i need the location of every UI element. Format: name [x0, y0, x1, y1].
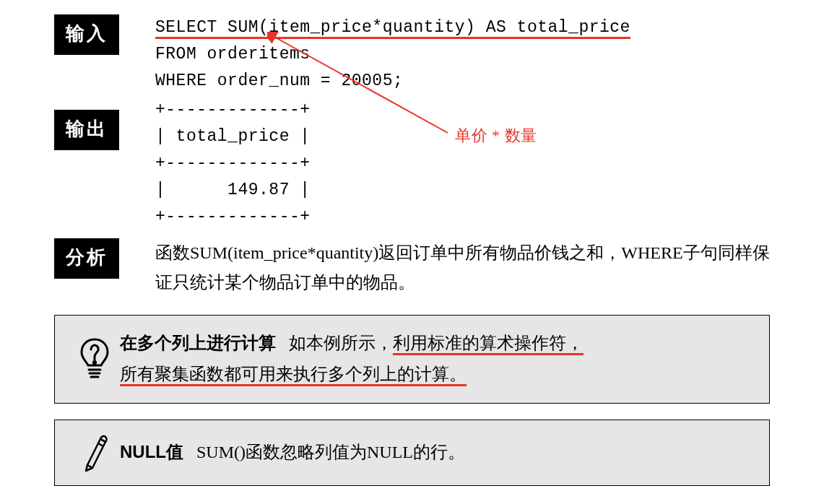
callout-tip-underlined2: 所有聚集函数都可用来执行多个列上的计算。 [120, 365, 467, 386]
callout-note-body: SUM()函数忽略列值为NULL的行。 [196, 443, 465, 461]
callout-tip-title: 在多个列上进行计算 [120, 333, 276, 352]
table-border-bot: +-------------+ [155, 204, 781, 230]
sql-line1: SELECT SUM(item_price*quantity) AS total… [155, 18, 630, 39]
callout-tip: 在多个列上进行计算 如本例所示，利用标准的算术操作符， 所有聚集函数都可用来执行… [54, 315, 770, 404]
table-header: | total_price | [155, 123, 781, 150]
callout-tip-body-pre: 如本例所示， [289, 334, 393, 352]
label-analysis: 分析 [54, 238, 119, 279]
label-output: 输出 [54, 110, 119, 150]
callout-note: NULL值 SUM()函数忽略列值为NULL的行。 [54, 420, 770, 486]
svg-line-6 [98, 443, 103, 446]
sql-line2: FROM orderitems [155, 41, 781, 68]
pencil-icon [80, 432, 109, 472]
lightbulb-icon [78, 336, 111, 381]
output-block: +-------------+ | total_price | +-------… [155, 97, 810, 230]
sql-line3: WHERE order_num = 20005; [155, 68, 781, 95]
analysis-text: 函数SUM(item_price*quantity)返回订单中所有物品价钱之和，… [155, 238, 810, 297]
callout-tip-underlined1: 利用标准的算术操作符， [393, 334, 584, 355]
table-value: | 149.87 | [155, 177, 781, 204]
label-input: 输入 [54, 14, 119, 55]
input-code-block: SELECT SUM(item_price*quantity) AS total… [155, 14, 810, 94]
svg-point-1 [93, 361, 95, 363]
table-border-mid: +-------------+ [155, 150, 781, 177]
callout-note-title: NULL值 [120, 442, 183, 461]
table-border-top: +-------------+ [155, 97, 781, 123]
